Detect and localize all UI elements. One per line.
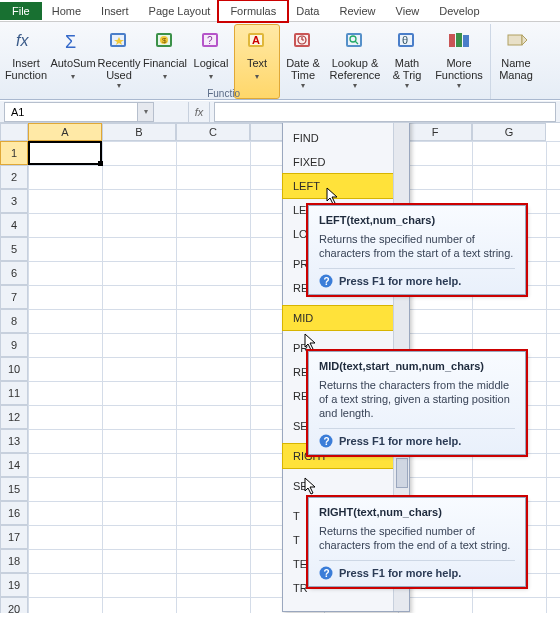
menu-item-find[interactable]: FIND [283,126,393,150]
menu-item-left[interactable]: LEFT [283,174,393,198]
book-search-icon [341,27,369,55]
tooltip-mid: MID(text,start_num,num_chars) Returns th… [308,351,526,455]
tooltip-help: ? Press F1 for more help. [319,428,515,448]
row-header[interactable]: 2 [0,165,28,189]
formula-bar: A1 ▾ fx [0,101,560,123]
row-header[interactable]: 15 [0,477,28,501]
sigma-icon: Σ [59,27,87,55]
svg-text:?: ? [324,568,330,579]
help-icon: ? [319,274,333,288]
tooltip-body: Returns the specified number of characte… [319,232,515,260]
fx-icon: fx [12,27,40,55]
worksheet: A B C F G 123456789101112131415161718192… [0,123,560,613]
svg-rect-25 [449,34,455,47]
book-a-icon: A [243,27,271,55]
svg-text:?: ? [324,436,330,447]
svg-text:$: $ [162,36,167,45]
tab-page-layout[interactable]: Page Layout [139,2,221,20]
row-header[interactable]: 19 [0,573,28,597]
ribbon: fx Insert Function Σ AutoSum▾ Recently U… [0,22,560,101]
svg-text:?: ? [207,35,213,46]
help-icon: ? [319,566,333,580]
row-header[interactable]: 17 [0,525,28,549]
tab-developer[interactable]: Develop [429,2,489,20]
svg-marker-29 [522,35,527,45]
menu-item-mid[interactable]: MID [283,306,393,330]
tab-insert[interactable]: Insert [91,2,139,20]
svg-rect-28 [508,35,522,45]
column-header[interactable]: C [176,123,250,141]
svg-text:θ: θ [402,34,408,46]
tooltip-body: Returns the specified number of characte… [319,524,515,552]
name-box[interactable]: A1 ▾ [4,102,154,122]
row-header[interactable]: 6 [0,261,28,285]
column-header[interactable]: B [102,123,176,141]
svg-text:A: A [252,34,260,46]
svg-rect-27 [463,35,469,47]
book-theta-icon: θ [393,27,421,55]
row-header[interactable]: 16 [0,501,28,525]
row-header[interactable]: 4 [0,213,28,237]
fx-icon[interactable]: fx [188,102,210,122]
row-header[interactable]: 10 [0,357,28,381]
tab-home[interactable]: Home [42,2,91,20]
tab-data[interactable]: Data [286,2,329,20]
column-header[interactable]: G [472,123,546,141]
svg-rect-26 [456,33,462,47]
row-header[interactable]: 11 [0,381,28,405]
formula-input[interactable] [214,102,556,122]
book-clock-icon [289,27,317,55]
tag-icon [502,27,530,55]
row-header[interactable]: 20 [0,597,28,613]
column-header[interactable]: A [28,123,102,141]
row-header[interactable]: 5 [0,237,28,261]
tooltip-title: LEFT(text,num_chars) [319,214,515,226]
row-header[interactable]: 3 [0,189,28,213]
row-headers: 123456789101112131415161718192021 [0,141,28,613]
row-header[interactable]: 14 [0,453,28,477]
row-header[interactable]: 12 [0,405,28,429]
row-header[interactable]: 9 [0,333,28,357]
menu-item-se[interactable]: SE [283,474,393,498]
tab-view[interactable]: View [386,2,430,20]
books-icon [445,27,473,55]
tooltip-title: RIGHT(text,num_chars) [319,506,515,518]
tab-review[interactable]: Review [329,2,385,20]
chevron-down-icon[interactable]: ▾ [137,103,153,121]
row-header[interactable]: 7 [0,285,28,309]
column-headers: A B C F G [0,123,560,141]
svg-text:Σ: Σ [65,32,76,52]
book-question-icon: ? [197,27,225,55]
book-star-icon [105,27,133,55]
tab-formulas[interactable]: Formulas [220,2,286,20]
ribbon-group-label: Functio [0,86,560,101]
svg-text:?: ? [324,276,330,287]
row-header[interactable]: 13 [0,429,28,453]
svg-text:fx: fx [16,32,29,49]
tab-file[interactable]: File [0,2,42,20]
scrollbar-thumb[interactable] [396,458,408,488]
ribbon-tabs: File Home Insert Page Layout Formulas Da… [0,0,560,22]
row-header[interactable]: 8 [0,309,28,333]
fill-handle[interactable] [98,161,103,166]
book-money-icon: $ [151,27,179,55]
tooltip-left: LEFT(text,num_chars) Returns the specifi… [308,205,526,295]
select-all-triangle[interactable] [0,123,28,141]
row-header[interactable]: 18 [0,549,28,573]
tooltip-help: ? Press F1 for more help. [319,268,515,288]
tooltip-body: Returns the characters from the middle o… [319,378,515,420]
tooltip-help: ? Press F1 for more help. [319,560,515,580]
active-cell[interactable] [28,141,102,165]
help-icon: ? [319,434,333,448]
row-header[interactable]: 1 [0,141,28,165]
tooltip-right: RIGHT(text,num_chars) Returns the specif… [308,497,526,587]
menu-item-fixed[interactable]: FIXED [283,150,393,174]
tooltip-title: MID(text,start_num,num_chars) [319,360,515,372]
